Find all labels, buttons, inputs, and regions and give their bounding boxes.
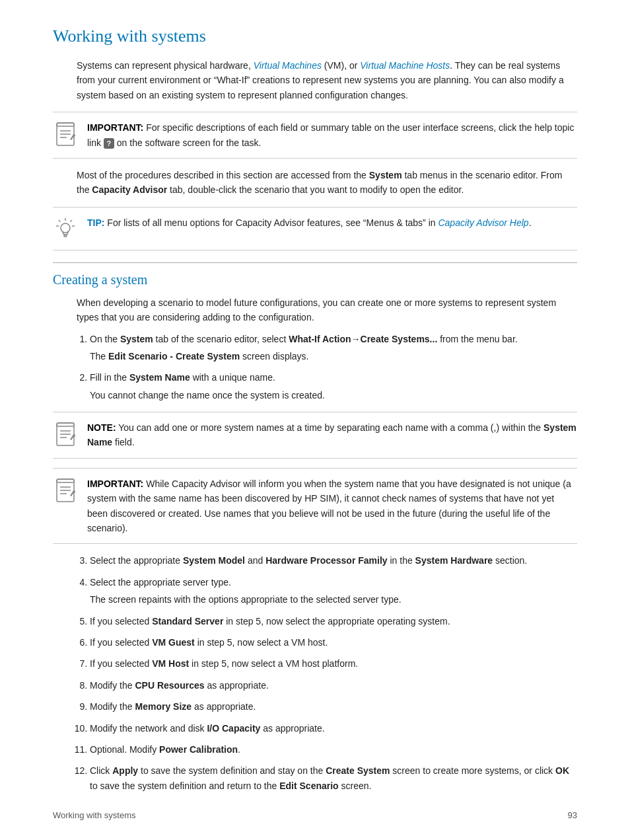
step3-bold3: System Hardware [415, 555, 493, 566]
svg-point-19 [73, 434, 75, 437]
step-1: On the System tab of the scenario editor… [90, 332, 577, 364]
important-notice-2: IMPORTANT: While Capacity Advisor will i… [53, 468, 577, 545]
step2-sub: You cannot change the name once the syst… [90, 390, 325, 401]
svg-line-9 [59, 220, 61, 222]
step12-bold3: OK [555, 765, 569, 776]
step6-bold1: VM Guest [152, 637, 195, 648]
step12-bold2: Create System [326, 765, 390, 776]
important-text-body-2: While Capacity Advisor will inform you w… [87, 478, 571, 533]
body-bold-2: Capacity Advisor [92, 184, 167, 195]
step1-arrow: → [351, 334, 361, 344]
step8-bold1: CPU Resources [135, 680, 204, 691]
step3-bold2: Hardware Processor Family [265, 555, 387, 566]
step1-sub2: screen displays. [240, 351, 308, 362]
virtual-machine-hosts-link[interactable]: Virtual Machine Hosts [360, 60, 450, 71]
step-8: Modify the CPU Resources as appropriate. [90, 678, 577, 693]
step-4: Select the appropriate server type. The … [90, 575, 577, 607]
note-content: NOTE: You can add one or more system nam… [87, 420, 577, 450]
step2-bold1: System Name [129, 372, 190, 383]
section-creating-title: Creating a system [53, 272, 577, 287]
step-3: Select the appropriate System Model and … [90, 553, 577, 568]
step-11: Optional. Modify Power Calibration. [90, 742, 577, 757]
important-notice-2-content: IMPORTANT: While Capacity Advisor will i… [87, 477, 577, 536]
svg-rect-21 [57, 479, 74, 482]
steps-list-2: Select the appropriate System Model and … [53, 553, 577, 793]
body-text-1: Most of the procedures described in this… [77, 170, 369, 180]
step1-sub1: The [90, 351, 108, 362]
step12-bold4: Edit Scenario [279, 781, 338, 791]
svg-rect-15 [57, 423, 74, 426]
tip-notice-content: TIP: For lists of all menu options for C… [87, 215, 577, 230]
step-10: Modify the network and disk I/O Capacity… [90, 721, 577, 736]
body-bold-1: System [369, 170, 402, 180]
important-notice-1: IMPORTANT: For specific descriptions of … [53, 112, 577, 159]
intro-text-2: (VM), or [322, 60, 360, 71]
footer-left-text: Working with systems [0, 810, 568, 820]
page-title: Working with systems [53, 26, 577, 46]
step1-text1: On the [90, 334, 120, 344]
step1-text2: tab of the scenario editor, select [153, 334, 289, 344]
page-footer: Working with systems 93 [0, 810, 630, 820]
note-label: NOTE: [87, 422, 116, 433]
step5-bold1: Standard Server [152, 616, 223, 627]
svg-point-5 [73, 134, 75, 137]
step3-bold1: System Model [183, 555, 245, 566]
svg-point-25 [73, 490, 75, 493]
step12-bold1: Apply [112, 765, 138, 776]
note-icon [53, 422, 78, 447]
intro-paragraph: Systems can represent physical hardware,… [53, 58, 577, 102]
step1-bold2: What-If Action [289, 334, 351, 344]
step11-bold1: Power Calibration [159, 744, 238, 755]
step1-text3: from the menu bar. [437, 334, 517, 344]
step-2: Fill in the System Name with a unique na… [90, 370, 577, 402]
step-5: If you selected Standard Server in step … [90, 614, 577, 629]
important-notice-1-content: IMPORTANT: For specific descriptions of … [87, 120, 577, 150]
footer-page-number: 93 [568, 810, 577, 820]
tip-notice: TIP: For lists of all menu options for C… [53, 207, 577, 250]
tip-text-body: For lists of all menu options for Capaci… [107, 217, 438, 228]
capacity-advisor-help-link[interactable]: Capacity Advisor Help [438, 217, 528, 228]
section-divider-1 [53, 262, 577, 263]
step1-sub-bold: Edit Scenario - Create System [108, 351, 240, 362]
virtual-machines-link[interactable]: Virtual Machines [254, 60, 322, 71]
note-box: NOTE: You can add one or more system nam… [53, 412, 577, 459]
important-icon-2 [53, 478, 78, 503]
note-text-2: field. [112, 437, 134, 447]
steps-list: On the System tab of the scenario editor… [53, 332, 577, 403]
important-label-2: IMPORTANT: [87, 478, 143, 489]
body-paragraph: Most of the procedures described in this… [53, 168, 577, 198]
ordered-list-2: Select the appropriate System Model and … [77, 553, 577, 793]
step2-text2: with a unique name. [190, 372, 275, 383]
step-6: If you selected VM Guest in step 5, now … [90, 635, 577, 650]
ordered-list: On the System tab of the scenario editor… [77, 332, 577, 403]
step1-bold3: Create Systems... [361, 334, 438, 344]
step10-bold1: I/O Capacity [207, 723, 260, 734]
note-text-1: You can add one or more system names at … [118, 422, 543, 433]
important-text-end-1: on the software screen for the task. [117, 137, 262, 148]
step-12: Click Apply to save the system definitio… [90, 763, 577, 793]
svg-point-11 [61, 223, 70, 233]
svg-line-7 [71, 220, 73, 222]
tip-label: TIP: [87, 217, 104, 228]
important-icon-1 [53, 122, 78, 147]
intro-text-1: Systems can represent physical hardware, [77, 60, 254, 71]
step-7: If you selected VM Host in step 5, now s… [90, 656, 577, 671]
body-text-3: tab, double-click the scenario that you … [167, 184, 464, 195]
creating-intro: When developing a scenario to model futu… [53, 295, 577, 325]
step9-bold1: Memory Size [135, 701, 192, 712]
tip-icon [53, 217, 78, 242]
help-badge[interactable]: ? [104, 138, 114, 149]
important-label-1: IMPORTANT: [87, 122, 143, 133]
step7-bold1: VM Host [152, 658, 189, 669]
step-9: Modify the Memory Size as appropriate. [90, 699, 577, 714]
svg-rect-1 [57, 123, 74, 126]
step1-bold1: System [120, 334, 153, 344]
step2-text1: Fill in the [90, 372, 129, 383]
tip-text-end: . [529, 217, 532, 228]
